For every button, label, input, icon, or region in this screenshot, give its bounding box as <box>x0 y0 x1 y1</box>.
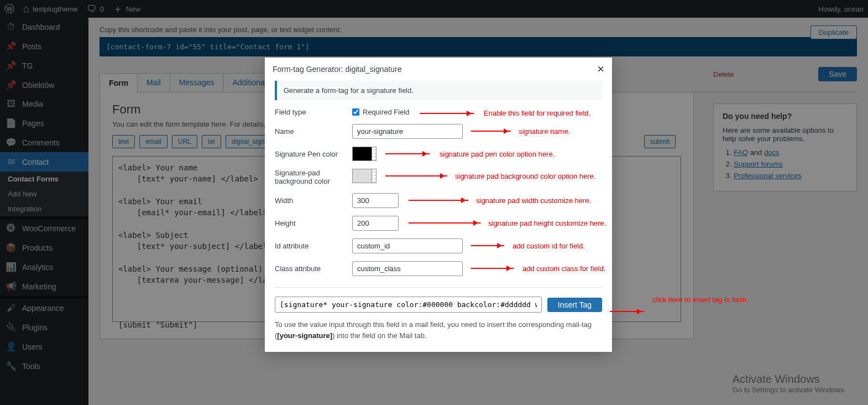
anno-bg: signature pad background color option he… <box>455 172 595 180</box>
required-checkbox[interactable] <box>352 108 359 116</box>
label-name: Name <box>275 127 352 136</box>
label-id: Id attribute <box>275 242 352 250</box>
tag-output[interactable] <box>275 297 542 313</box>
id-input[interactable] <box>352 238 463 253</box>
required-label: Required Field <box>363 108 410 116</box>
label-width: Width <box>275 196 352 205</box>
label-class: Class attribute <box>275 264 352 273</box>
form-tag-dialog: Form-tag Generator: digital_signature × … <box>265 58 612 352</box>
pen-color-picker[interactable] <box>352 147 377 161</box>
label-height: Height <box>275 219 352 227</box>
pen-color-swatch <box>352 147 372 161</box>
anno-line-insert <box>610 311 644 312</box>
label-bg-color: Signature-pad background color <box>275 169 352 185</box>
height-input[interactable] <box>352 216 399 231</box>
name-input[interactable] <box>352 124 463 139</box>
anno-pen: signature pad pen color option here. <box>440 150 555 158</box>
required-checkbox-wrap[interactable]: Required Field <box>352 108 410 116</box>
anno-height: signature pad height customize here. <box>488 219 606 227</box>
class-input[interactable] <box>352 261 463 276</box>
anno-width: signature pad width customize here. <box>476 196 591 205</box>
anno-name: signature name. <box>519 127 570 136</box>
width-input[interactable] <box>352 193 399 208</box>
bg-color-picker[interactable] <box>352 169 377 183</box>
anno-insert: click here to insert tag in form. <box>652 295 748 304</box>
alpha-icon <box>372 169 377 183</box>
bg-color-swatch <box>352 169 372 183</box>
dialog-banner: Generate a form-tag for a signature fiel… <box>275 81 602 100</box>
anno-required: Enable this field for required field. <box>484 109 590 117</box>
label-field-type: Field type <box>275 108 352 116</box>
insert-tag-button[interactable]: Insert Tag <box>547 298 602 312</box>
anno-id: add custom id for field. <box>513 242 585 250</box>
dialog-title: Form-tag Generator: digital_signature <box>273 65 401 74</box>
label-pen-color: Signature Pen color <box>275 150 352 158</box>
alpha-icon <box>372 147 377 161</box>
anno-class: add custom class for field. <box>522 264 605 273</box>
dialog-note: To use the value input through this fiel… <box>275 319 602 341</box>
close-icon[interactable]: × <box>597 63 604 75</box>
